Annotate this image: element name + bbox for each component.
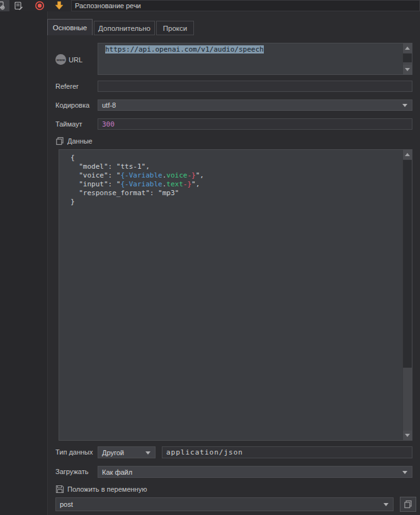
toolbar [0, 0, 420, 11]
pages-copy-icon [55, 137, 64, 145]
referer-label: Referer [55, 82, 79, 90]
action-settings-window: Основные Дополнительно Прокси www URL ht… [0, 0, 420, 515]
data-scrollbar-thumb[interactable] [403, 160, 412, 368]
copy-variable-button[interactable] [400, 497, 416, 512]
referer-input[interactable] [98, 81, 412, 92]
globe-www-icon: www [55, 54, 66, 65]
data-type-value: Другой [102, 449, 124, 456]
tab-additional-label: Дополнительно [98, 25, 150, 32]
chevron-down-icon [402, 471, 407, 474]
url-label: URL [69, 56, 82, 64]
put-to-variable-header: Положить в переменную [55, 485, 147, 494]
encoding-label: Кодировка [55, 101, 89, 109]
variable-value: post [60, 501, 73, 508]
timeout-label: Таймаут [55, 120, 82, 128]
data-type-select[interactable]: Другой [98, 446, 156, 458]
save-floppy-icon [55, 485, 64, 494]
tab-main[interactable]: Основные [47, 19, 93, 35]
data-scrollbar[interactable] [402, 150, 412, 440]
load-mode-label: Загружать [55, 468, 88, 475]
tab-proxy[interactable]: Прокси [156, 21, 194, 35]
timeout-input[interactable] [98, 118, 412, 130]
put-to-variable-label: Положить в переменную [67, 485, 147, 493]
code-content: { "model": "tts-1", "voice": "{-Variable… [71, 154, 412, 207]
url-input[interactable]: https://api.openai.com/v1/audio/speech [98, 43, 412, 75]
scroll-up-icon[interactable] [403, 150, 412, 159]
url-scrollbar[interactable] [402, 43, 412, 74]
record-icon[interactable] [35, 1, 45, 11]
edit-note-icon[interactable] [13, 1, 23, 11]
settings-icon[interactable] [0, 0, 9, 11]
chevron-down-icon [383, 503, 389, 506]
url-value-selected: https://api.openai.com/v1/audio/speech [105, 45, 264, 54]
load-mode-select[interactable]: Как файл [98, 466, 412, 478]
action-title-input[interactable] [71, 0, 420, 11]
tab-additional[interactable]: Дополнительно [94, 21, 155, 35]
pages-copy-icon [404, 500, 412, 509]
encoding-value: utf-8 [102, 101, 116, 109]
scroll-down-icon[interactable] [403, 431, 412, 440]
scroll-up-icon[interactable] [403, 43, 412, 53]
variable-select[interactable]: post [55, 497, 394, 511]
chevron-down-icon [145, 451, 150, 455]
load-mode-value: Как файл [102, 468, 132, 476]
data-type-label: Тип данных [55, 448, 93, 456]
content-type-input[interactable] [162, 446, 412, 458]
data-label: Данные [67, 137, 93, 145]
encoding-select[interactable]: utf-8 [98, 99, 412, 111]
chevron-down-icon [402, 104, 407, 107]
tab-proxy-label: Прокси [163, 25, 187, 32]
download-arrow-icon[interactable] [54, 1, 64, 11]
data-code-editor[interactable]: { "model": "tts-1", "voice": "{-Variable… [59, 149, 412, 441]
tab-main-label: Основные [53, 24, 88, 31]
data-section-header: Данные [55, 137, 93, 145]
url-scrollbar-thumb[interactable] [403, 54, 412, 62]
scroll-down-icon[interactable] [403, 65, 412, 74]
